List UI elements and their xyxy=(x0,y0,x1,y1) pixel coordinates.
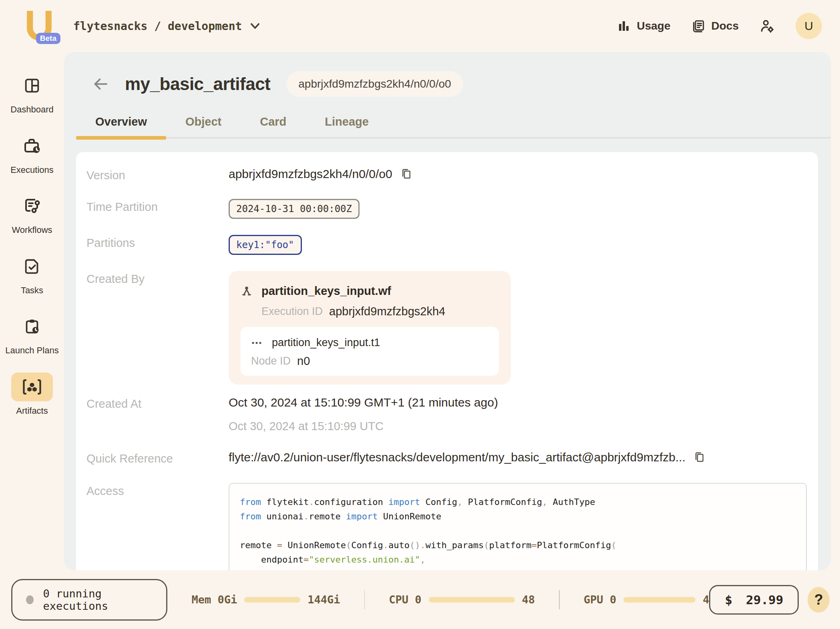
quick-reference-label: Quick Reference xyxy=(86,451,229,465)
task-card[interactable]: partition_keys_input.t1 Node ID n0 xyxy=(241,327,499,376)
breadcrumb-text: flytesnacks / development xyxy=(73,20,242,33)
question-mark-icon: ? xyxy=(814,591,823,608)
usage-label: Usage xyxy=(637,20,670,32)
union-logo[interactable]: Beta xyxy=(22,9,56,43)
node-id-value: n0 xyxy=(297,355,310,368)
user-gear-icon xyxy=(760,18,775,34)
version-value: apbrjxfd9mzfzbgs2kh4/n0/0/o0 xyxy=(229,167,392,181)
sidebar-item-dashboard[interactable]: Dashboard xyxy=(2,71,62,116)
memory-usage-meter: Mem 0Gi 144Gi xyxy=(191,593,340,606)
topbar-actions: Usage Docs U xyxy=(617,13,822,39)
execution-id-label: Execution ID xyxy=(261,305,323,318)
topbar: Beta flytesnacks / development Usage xyxy=(0,0,840,52)
sidebar-item-executions[interactable]: Executions xyxy=(2,132,62,176)
copy-icon[interactable] xyxy=(694,451,705,463)
copy-icon[interactable] xyxy=(401,168,412,180)
version-row: Version apbrjxfd9mzfzbgs2kh4/n0/0/o0 xyxy=(86,167,808,182)
cpu-bar xyxy=(429,597,515,603)
gpu-label: GPU 0 xyxy=(584,593,616,606)
quick-reference-value: flyte://av0.2/union-user/flytesnacks/dev… xyxy=(229,451,685,464)
chevron-down-icon xyxy=(251,23,259,29)
sidebar-item-tasks[interactable]: Tasks xyxy=(2,252,62,296)
executions-icon xyxy=(22,136,42,156)
quick-reference-row: Quick Reference flyte://av0.2/union-user… xyxy=(86,451,808,465)
created-by-label: Created By xyxy=(86,271,229,286)
back-button[interactable] xyxy=(92,77,109,91)
gpu-usage-meter: GPU 0 4 xyxy=(584,593,709,606)
cpu-max: 48 xyxy=(522,593,535,606)
artifacts-icon xyxy=(22,378,42,396)
node-id-label: Node ID xyxy=(251,355,291,367)
overview-card: Version apbrjxfd9mzfzbgs2kh4/n0/0/o0 Tim… xyxy=(76,152,818,570)
running-executions-button[interactable]: 0 running executions xyxy=(11,579,167,621)
running-executions-label: 0 running executions xyxy=(43,587,153,612)
sidebar-item-workflows[interactable]: Workflows xyxy=(2,192,62,236)
node-id-row: Node ID n0 xyxy=(251,355,488,368)
created-at-row: Created At Oct 30, 2024 at 15:10:99 GMT+… xyxy=(86,396,808,433)
cpu-usage-meter: CPU 0 48 xyxy=(389,593,535,606)
bar-chart-icon xyxy=(617,20,630,32)
workflow-node-icon xyxy=(241,285,253,297)
access-code[interactable]: from flytekit.configuration import Confi… xyxy=(229,483,807,570)
execution-id-row: Execution ID apbrjxfd9mzfzbgs2kh4 xyxy=(261,305,499,318)
partition-key-chip: key1:"foo" xyxy=(229,235,302,255)
usage-link[interactable]: Usage xyxy=(617,20,670,32)
version-label: Version xyxy=(86,167,229,182)
page-title: my_basic_artifact xyxy=(125,74,270,94)
ellipsis-icon xyxy=(251,341,262,345)
docs-link[interactable]: Docs xyxy=(691,19,739,33)
time-partition-label: Time Partition xyxy=(86,199,229,214)
partitions-row: Partitions key1:"foo" xyxy=(86,235,808,255)
created-at-label: Created At xyxy=(86,396,229,411)
created-by-card: partition_keys_input.wf Execution ID apb… xyxy=(229,271,511,385)
time-partition-chip: 2024-10-31 00:00:00Z xyxy=(229,199,360,219)
user-settings-button[interactable] xyxy=(760,18,775,34)
cpu-label: CPU 0 xyxy=(389,593,421,606)
version-badge: apbrjxfd9mzfzbgs2kh4/n0/0/o0 xyxy=(286,71,463,97)
status-dot-icon xyxy=(26,595,34,604)
created-at-utc: Oct 30, 2024 at 15:10:99 UTC xyxy=(229,420,498,433)
memory-label: Mem 0Gi xyxy=(191,593,237,606)
sidebar: Dashboard Executions Workflows xyxy=(0,52,64,570)
tasks-icon xyxy=(23,257,41,276)
breadcrumb[interactable]: flytesnacks / development xyxy=(73,20,259,33)
avatar[interactable]: U xyxy=(796,13,822,39)
currency-symbol: $ xyxy=(725,593,732,607)
tab-bar: Overview Object Card Lineage xyxy=(76,108,831,138)
status-bar: 0 running executions Mem 0Gi 144Gi CPU 0… xyxy=(0,570,840,629)
access-row: Access from flytekit.configuration impor… xyxy=(86,483,808,570)
launch-plans-icon xyxy=(23,317,41,336)
created-by-row: Created By partition_keys_input.wf Execu… xyxy=(86,271,808,385)
gpu-max: 4 xyxy=(703,593,709,606)
dashboard-icon xyxy=(23,76,41,95)
workflow-name: partition_keys_input.wf xyxy=(261,284,391,298)
memory-max: 144Gi xyxy=(307,593,340,606)
workflows-icon xyxy=(22,196,42,216)
tab-object[interactable]: Object xyxy=(166,108,241,137)
sidebar-item-artifacts[interactable]: Artifacts xyxy=(2,373,62,417)
docs-label: Docs xyxy=(711,20,739,32)
sidebar-item-launch-plans[interactable]: Launch Plans xyxy=(2,312,62,357)
execution-id-value: apbrjxfd9mzfzbgs2kh4 xyxy=(329,305,445,318)
created-at-local: Oct 30, 2024 at 15:10:99 GMT+1 (21 minut… xyxy=(229,396,498,409)
docs-icon xyxy=(691,19,705,33)
time-partition-row: Time Partition 2024-10-31 00:00:00Z xyxy=(86,199,808,219)
partitions-label: Partitions xyxy=(86,235,229,250)
avatar-initial: U xyxy=(804,19,813,33)
cost-button[interactable]: $ 29.99 xyxy=(709,585,799,615)
artifact-header: my_basic_artifact apbrjxfd9mzfzbgs2kh4/n… xyxy=(64,52,831,97)
tab-lineage[interactable]: Lineage xyxy=(305,108,388,137)
gpu-bar xyxy=(623,597,695,603)
beta-badge: Beta xyxy=(36,33,60,44)
cost-value: 29.99 xyxy=(746,593,783,607)
memory-bar xyxy=(244,597,300,603)
divider xyxy=(364,590,365,609)
workflow-link[interactable]: partition_keys_input.wf xyxy=(241,284,499,298)
main-panel: my_basic_artifact apbrjxfd9mzfzbgs2kh4/n… xyxy=(64,52,831,570)
access-label: Access xyxy=(86,483,229,498)
task-name: partition_keys_input.t1 xyxy=(272,337,380,349)
divider xyxy=(559,590,560,609)
tab-overview[interactable]: Overview xyxy=(76,108,166,137)
help-button[interactable]: ? xyxy=(808,587,830,613)
tab-card[interactable]: Card xyxy=(241,108,305,137)
